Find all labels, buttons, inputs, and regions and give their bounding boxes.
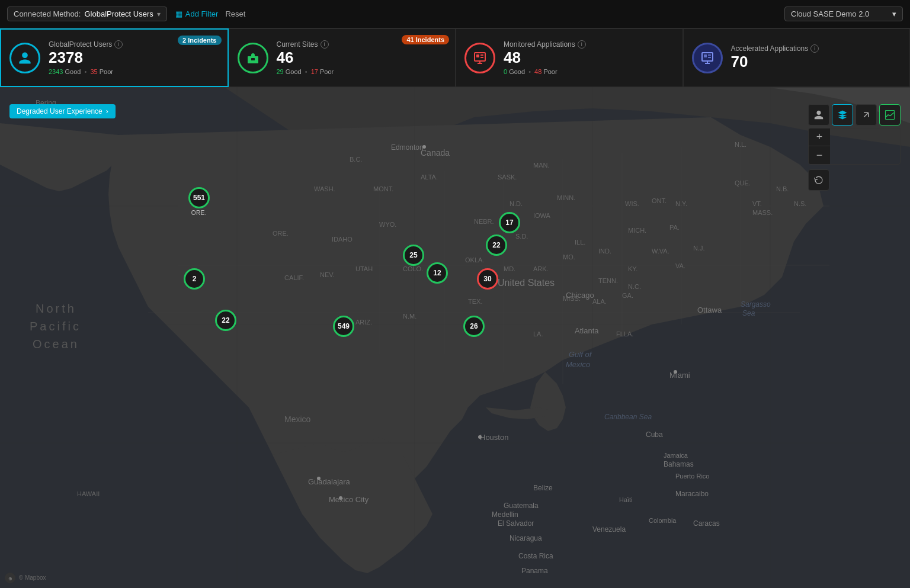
connected-method-selector[interactable]: Connected Method: GlobalProtect Users ▾ <box>7 7 167 21</box>
zoom-out-button[interactable]: − <box>809 146 830 164</box>
svg-text:Caracas: Caracas <box>693 519 720 528</box>
svg-text:Sargasso: Sargasso <box>741 300 771 309</box>
svg-text:WASH.: WASH. <box>314 185 335 192</box>
svg-text:Edmonton: Edmonton <box>391 143 424 152</box>
svg-text:Caribbean Sea: Caribbean Sea <box>604 413 652 421</box>
svg-text:Gulf of: Gulf of <box>569 350 592 359</box>
incident-badge-globalprotect[interactable]: 2 Incidents <box>178 36 221 45</box>
svg-text:United States: United States <box>498 278 555 288</box>
marker-circle-virginia: 30 <box>477 268 498 290</box>
mapbox-attribution: ⊕ © Mapbox <box>5 573 46 583</box>
add-filter-button[interactable]: ▦ Add Filter <box>175 9 219 18</box>
svg-text:NEV.: NEV. <box>320 271 335 278</box>
marker-nyc[interactable]: 22 <box>486 234 507 256</box>
card-info-sites: Current Sites i 46 29 Good • 17 Poor <box>277 40 447 75</box>
svg-rect-6 <box>702 53 713 61</box>
environment-selector[interactable]: Cloud SASE Demo 2.0 ▾ <box>784 7 903 21</box>
zoom-in-button[interactable]: + <box>809 128 830 146</box>
marker-atlanta[interactable]: 26 <box>463 316 485 337</box>
svg-text:Mexico City: Mexico City <box>329 495 369 504</box>
marker-circle-ore: 551 <box>188 187 210 208</box>
svg-text:Guadalajara: Guadalajara <box>308 477 351 486</box>
marker-midwest[interactable]: 25 <box>403 245 424 266</box>
svg-text:Guatemala: Guatemala <box>504 502 539 510</box>
svg-text:VA.: VA. <box>675 262 685 269</box>
env-label: Cloud SASE Demo 2.0 <box>791 9 887 18</box>
svg-text:KY.: KY. <box>628 265 637 272</box>
svg-text:COLO.: COLO. <box>403 265 423 272</box>
marker-ottawa[interactable]: 17 <box>499 212 520 233</box>
marker-texas[interactable]: 549 <box>333 316 354 337</box>
svg-text:Puerto Rico: Puerto Rico <box>675 473 709 480</box>
card-icon-accelerated <box>692 43 723 73</box>
svg-text:Bahamas: Bahamas <box>664 460 694 468</box>
svg-point-107 <box>478 435 482 439</box>
layers-view-button[interactable] <box>832 104 853 126</box>
svg-text:ARK.: ARK. <box>533 265 549 272</box>
card-sub-sites: 29 Good • 17 Poor <box>277 68 447 75</box>
marker-chicago[interactable]: 12 <box>427 262 448 284</box>
marker-circle-sf: 2 <box>184 268 205 290</box>
map-container[interactable]: WASH. MONT. ORE. IDAHO WYO. NEV. UTAH CO… <box>0 88 910 588</box>
svg-text:GA.: GA. <box>622 292 633 299</box>
svg-text:MONT.: MONT. <box>373 185 393 192</box>
marker-circle-texas: 549 <box>333 316 354 337</box>
svg-text:Medellin: Medellin <box>492 510 518 519</box>
chevron-down-icon: ▾ <box>892 9 896 18</box>
marker-sf[interactable]: 2 <box>184 268 205 290</box>
marker-ore[interactable]: 551 ORE. <box>188 187 210 216</box>
card-globalprotect[interactable]: GlobalProtect Users i 2378 2343 Good • 3… <box>0 28 229 87</box>
svg-text:N.J.: N.J. <box>693 245 705 252</box>
card-value-monitored: 48 <box>504 49 674 67</box>
filter-icon: ▦ <box>175 9 182 18</box>
card-accelerated-apps[interactable]: Accelerated Applications i 70 <box>683 28 911 87</box>
chevron-right-icon: › <box>106 107 108 115</box>
svg-rect-9 <box>708 57 711 58</box>
svg-text:Colombia: Colombia <box>649 517 677 524</box>
card-current-sites[interactable]: Current Sites i 46 29 Good • 17 Poor 41 … <box>229 28 456 87</box>
svg-rect-111 <box>886 111 895 120</box>
map-background: WASH. MONT. ORE. IDAHO WYO. NEV. UTAH CO… <box>0 88 910 588</box>
svg-rect-8 <box>708 54 711 56</box>
info-icon-monitored[interactable]: i <box>578 40 586 49</box>
info-icon-accelerated[interactable]: i <box>810 44 819 53</box>
svg-text:North: North <box>36 302 76 315</box>
marker-sandiego[interactable]: 22 <box>215 310 236 331</box>
card-title-monitored: Monitored Applications i <box>504 40 674 49</box>
card-info-globalprotect: GlobalProtect Users i 2378 2343 Good • 3… <box>49 40 219 75</box>
svg-text:IND.: IND. <box>598 248 611 255</box>
svg-rect-3 <box>476 54 479 57</box>
incident-badge-sites[interactable]: 41 Incidents <box>402 35 449 44</box>
svg-text:Haïti: Haïti <box>619 496 633 503</box>
svg-text:MASS.: MASS. <box>752 209 773 216</box>
svg-text:TEX.: TEX. <box>468 298 482 305</box>
svg-text:MAN.: MAN. <box>533 162 550 169</box>
card-sub-monitored: 0 Good • 48 Poor <box>504 68 674 75</box>
svg-text:ONT.: ONT. <box>652 197 667 204</box>
card-sub-globalprotect: 2343 Good • 35 Poor <box>49 68 219 75</box>
info-icon-globalprotect[interactable]: i <box>114 40 123 49</box>
card-value-globalprotect: 2378 <box>49 49 219 67</box>
svg-rect-4 <box>480 54 483 56</box>
svg-text:Atlanta: Atlanta <box>575 326 599 335</box>
degraded-experience-button[interactable]: Degraded User Experience › <box>9 104 116 118</box>
users-view-button[interactable] <box>808 104 829 126</box>
arrow-view-button[interactable] <box>855 104 877 126</box>
header: Connected Method: GlobalProtect Users ▾ … <box>0 0 910 28</box>
reset-button[interactable]: Reset <box>225 9 245 18</box>
card-monitored-apps[interactable]: Monitored Applications i 48 0 Good • 48 … <box>456 28 683 87</box>
chart-view-button[interactable] <box>879 104 901 126</box>
svg-point-106 <box>422 145 426 149</box>
card-title-accelerated: Accelerated Applications i <box>731 44 902 53</box>
svg-text:Cuba: Cuba <box>646 430 663 439</box>
svg-text:MO.: MO. <box>563 253 575 261</box>
info-icon-sites[interactable]: i <box>321 40 329 49</box>
svg-rect-1 <box>251 58 255 60</box>
marker-virginia[interactable]: 30 <box>477 268 498 290</box>
svg-text:FLLA.: FLLA. <box>616 330 633 338</box>
svg-text:SASK.: SASK. <box>498 173 517 181</box>
reset-view-button[interactable] <box>808 169 829 191</box>
marker-circle-nyc: 22 <box>486 234 507 256</box>
card-icon-globalprotect <box>9 43 40 73</box>
chevron-down-icon: ▾ <box>157 10 161 18</box>
